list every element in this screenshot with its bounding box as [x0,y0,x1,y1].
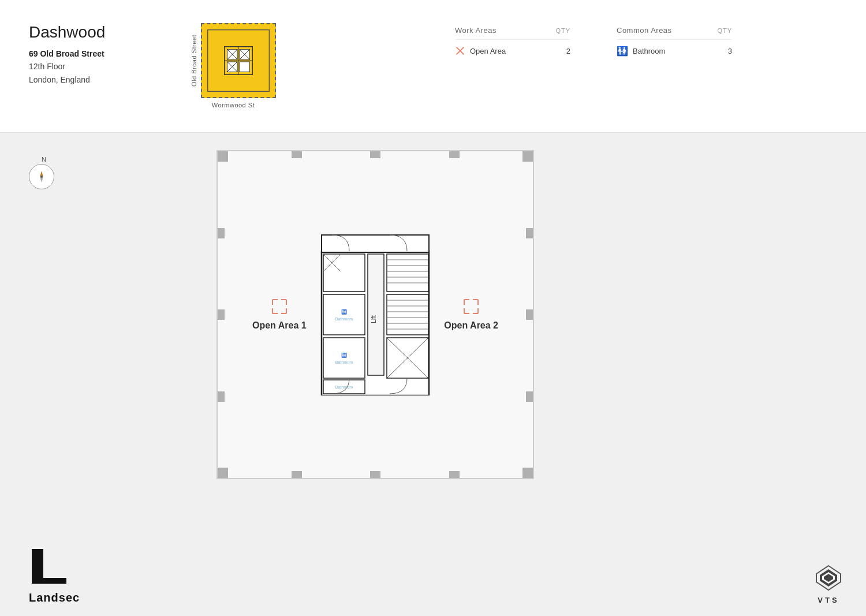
compass-svg [33,169,50,185]
notch-left [218,309,225,320]
minimap [201,23,276,98]
notch-bl [218,468,228,478]
common-areas-legend: Common Areas QTY 🚻 Bathroom 3 [617,26,732,57]
svg-point-16 [40,176,43,178]
building-city: London, England [29,73,156,86]
svg-rect-34 [322,235,429,252]
work-areas-title: Work Areas [455,26,497,35]
floor-core: Lift 🚻 Bathroom 🚻 Bathroom [320,234,430,395]
common-areas-qty-header: QTY [717,27,732,34]
landsec-logo: Landsec [29,546,80,604]
notch-bottom [370,471,380,478]
notch-bottom-l [292,471,302,478]
notch-right-b [526,391,533,402]
landsec-logo-svg [29,546,69,587]
svg-rect-35 [368,254,384,375]
compass-circle [29,164,54,189]
svg-text:Lift: Lift [371,315,377,323]
svg-rect-37 [323,254,365,292]
minimap-container: Old Broad Street [191,23,276,109]
landsec-logo-text: Landsec [29,591,80,604]
legend-section: Work Areas QTY Open Area 2 Common Areas … [455,23,732,57]
open-area-label: Open Area [470,47,506,55]
notch-top-l [292,151,302,158]
building-address: 69 Old Broad Street [29,47,156,60]
notch-top [370,151,380,158]
compass-north-label: N [42,156,54,163]
building-floor: 12th Floor [29,60,156,73]
svg-text:🚻: 🚻 [341,352,347,358]
street-label-bottom: Wormwood St [212,102,255,109]
work-areas-qty-header: QTY [555,27,570,34]
vts-logo-text: VTS [814,596,843,604]
svg-rect-43 [323,338,365,378]
floor-plan: Open Area 1 Open Area 2 [216,150,534,479]
header: Dashwood 69 Old Broad Street 12th Floor … [0,0,866,133]
compass: N [29,156,54,189]
vts-logo: VTS [814,563,843,604]
svg-rect-40 [323,294,365,335]
notch-left-t [218,228,225,238]
building-info: Dashwood 69 Old Broad Street 12th Floor … [29,23,156,86]
open-area-1-name: Open Area 1 [252,320,307,331]
legend-item-bathroom: 🚻 Bathroom 3 [617,46,732,57]
open-area-2-label: Open Area 2 [444,298,498,331]
street-label-left: Old Broad Street [191,35,197,87]
notch-tr [522,151,533,162]
notch-top-r [449,151,460,158]
svg-text:Bathroom: Bathroom [335,360,353,364]
svg-rect-54 [387,294,428,335]
open-area-qty: 2 [566,47,570,55]
expand-icon-1 [252,298,307,318]
bathroom-icon: 🚻 [617,46,628,57]
bathroom-qty: 3 [728,47,732,55]
svg-text:Bathroom: Bathroom [335,385,353,389]
notch-left-b [218,391,225,402]
expand-icon-2 [444,298,498,318]
floor-outer: Open Area 1 Open Area 2 [216,150,534,479]
svg-text:🚻: 🚻 [341,309,347,315]
notch-right-t [526,228,533,238]
common-areas-title: Common Areas [617,26,672,35]
notch-br [522,468,533,478]
building-name: Dashwood [29,23,156,42]
svg-text:Bathroom: Bathroom [335,317,353,321]
bathroom-label: Bathroom [633,47,665,55]
legend-item-open-area: Open Area 2 [455,46,570,56]
open-area-icon [455,46,465,56]
open-area-1-label: Open Area 1 [252,298,307,331]
svg-rect-7 [240,62,249,72]
notch-bottom-r [449,471,460,478]
svg-marker-64 [32,549,66,584]
vts-logo-svg [814,563,843,592]
work-areas-legend: Work Areas QTY Open Area 2 [455,26,570,57]
notch-tl [218,151,228,162]
notch-right [526,309,533,320]
open-area-2-name: Open Area 2 [444,320,498,331]
main-area: N [0,133,866,616]
